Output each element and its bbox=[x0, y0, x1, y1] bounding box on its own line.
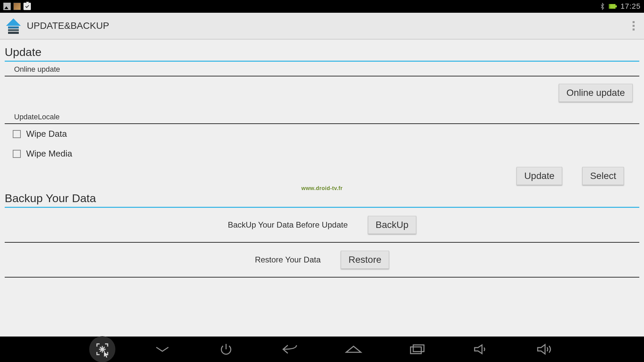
power-icon[interactable] bbox=[216, 342, 236, 357]
clipboard-check-icon bbox=[23, 3, 31, 10]
wipe-data-row[interactable]: Wipe Data bbox=[0, 124, 644, 144]
select-button[interactable]: Select bbox=[582, 167, 624, 185]
svg-rect-1 bbox=[610, 4, 615, 9]
wipe-media-row[interactable]: Wipe Media bbox=[0, 144, 644, 164]
backup-desc: BackUp Your Data Before Update bbox=[228, 220, 348, 230]
svg-rect-2 bbox=[615, 5, 617, 7]
gallery-icon bbox=[3, 3, 11, 10]
back-icon[interactable] bbox=[280, 342, 300, 357]
action-bar: UPDATE&BACKUP bbox=[0, 13, 644, 40]
screenshot-button[interactable] bbox=[89, 336, 115, 362]
wipe-data-checkbox[interactable] bbox=[13, 130, 21, 138]
backup-heading: Backup Your Data bbox=[0, 192, 644, 207]
watermark-text: www.droid-tv.fr bbox=[301, 185, 342, 191]
navigation-bar bbox=[0, 337, 644, 362]
wipe-media-checkbox[interactable] bbox=[13, 150, 21, 158]
online-update-header: Online update bbox=[5, 62, 639, 76]
status-bar: 17:25 bbox=[0, 0, 644, 13]
update-heading: Update bbox=[0, 46, 644, 61]
hide-bar-icon[interactable] bbox=[152, 342, 172, 357]
photo-icon bbox=[13, 3, 21, 10]
update-button[interactable]: Update bbox=[517, 167, 562, 185]
volume-down-icon[interactable] bbox=[471, 342, 491, 357]
restore-button[interactable]: Restore bbox=[341, 251, 389, 269]
restore-row: Restore Your Data Restore bbox=[5, 243, 639, 278]
status-clock: 17:25 bbox=[621, 2, 641, 11]
app-icon bbox=[6, 18, 21, 33]
backup-row: BackUp Your Data Before Update BackUp bbox=[5, 208, 639, 243]
overflow-menu-icon[interactable] bbox=[629, 19, 638, 33]
wipe-data-label: Wipe Data bbox=[26, 129, 67, 139]
wipe-media-label: Wipe Media bbox=[26, 148, 72, 159]
svg-rect-4 bbox=[413, 345, 424, 352]
bluetooth-icon bbox=[600, 3, 605, 10]
volume-up-icon[interactable] bbox=[535, 342, 555, 357]
recent-apps-icon[interactable] bbox=[407, 342, 427, 357]
backup-button[interactable]: BackUp bbox=[368, 216, 416, 234]
update-locale-header: UpdateLocale bbox=[5, 109, 639, 124]
svg-rect-3 bbox=[411, 347, 421, 354]
restore-desc: Restore Your Data bbox=[255, 255, 321, 264]
online-update-button[interactable]: Online update bbox=[559, 84, 633, 102]
home-icon[interactable] bbox=[343, 342, 364, 357]
battery-icon bbox=[608, 3, 617, 10]
content-area: Update Online update Online update Updat… bbox=[0, 40, 644, 337]
app-title: UPDATE&BACKUP bbox=[27, 20, 109, 31]
